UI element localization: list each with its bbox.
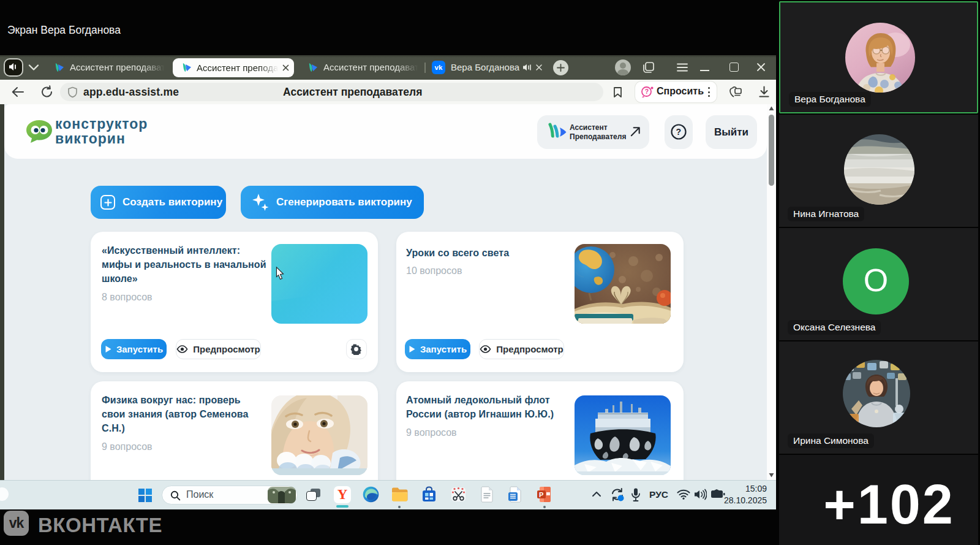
svg-text:?: ? (645, 88, 649, 95)
svg-text:P: P (539, 491, 543, 498)
svg-text:?: ? (676, 127, 682, 137)
